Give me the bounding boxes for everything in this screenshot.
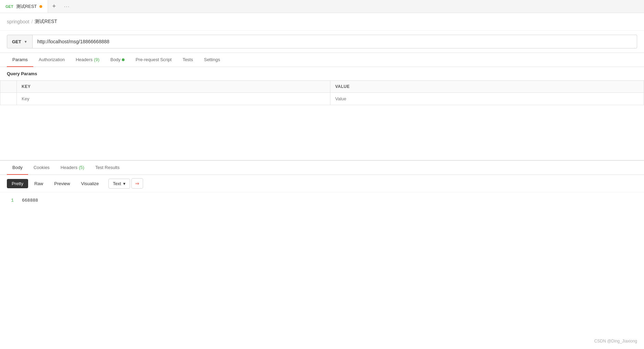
tab-headers[interactable]: Headers (9) — [70, 53, 105, 67]
breadcrumb-current: 测试REST — [35, 19, 57, 25]
tab-headers-label: Headers — [76, 57, 93, 62]
resp-tab-headers[interactable]: Headers (5) — [55, 161, 90, 175]
method-chevron-icon: ▼ — [24, 40, 27, 44]
response-line: 1 668888 — [7, 198, 637, 203]
params-table-key-cell[interactable] — [17, 93, 330, 105]
method-label: GET — [12, 39, 21, 44]
request-tabs: Params Authorization Headers (9) Body Pr… — [0, 53, 644, 67]
body-active-dot — [122, 58, 125, 61]
text-format-label: Text — [113, 181, 121, 186]
params-table-checkbox-cell — [0, 93, 17, 105]
tab-pre-request-script-label: Pre-request Script — [136, 57, 172, 62]
response-toolbar: Pretty Raw Preview Visualize Text ▾ ⇒ — [0, 175, 644, 192]
params-table-value-header: VALUE — [330, 81, 644, 93]
params-table-value-cell[interactable] — [330, 93, 644, 105]
tab-body-label: Body — [110, 57, 121, 62]
footer-watermark: CSDN @Ding_Jiaxiong — [594, 339, 637, 344]
tab-settings-label: Settings — [204, 57, 220, 62]
breadcrumb-separator: / — [31, 19, 33, 24]
resp-tab-headers-label: Headers — [61, 165, 78, 170]
tab-authorization-label: Authorization — [39, 57, 65, 62]
resp-tab-body[interactable]: Body — [7, 161, 28, 175]
resp-tab-headers-badge: (5) — [79, 165, 84, 170]
query-params-section-title: Query Params — [0, 67, 644, 80]
tab-status-dot — [39, 5, 42, 8]
tab-body[interactable]: Body — [105, 53, 130, 67]
more-options-button[interactable]: ··· — [60, 0, 74, 13]
format-pretty-button[interactable]: Pretty — [7, 179, 28, 188]
url-input[interactable] — [33, 35, 637, 48]
format-preview-button[interactable]: Preview — [49, 179, 75, 188]
tab-tests[interactable]: Tests — [177, 53, 198, 67]
text-format-select[interactable]: Text ▾ — [108, 179, 130, 189]
tab-tests-label: Tests — [183, 57, 193, 62]
response-body: 1 668888 — [0, 192, 644, 209]
main-container: GET 测试REST + ··· springboot / 测试REST GET… — [0, 0, 644, 349]
text-format-chevron-icon: ▾ — [123, 181, 126, 186]
line-number: 1 — [7, 198, 14, 203]
line-content: 668888 — [22, 198, 38, 203]
tab-settings[interactable]: Settings — [198, 53, 225, 67]
tab-method-badge: GET — [5, 4, 13, 9]
params-table-checkbox-header — [0, 81, 17, 93]
tab-headers-badge: (9) — [94, 57, 99, 62]
url-bar: GET ▼ — [0, 31, 644, 53]
resp-tab-cookies[interactable]: Cookies — [28, 161, 55, 175]
tab-title: 测试REST — [16, 3, 37, 10]
resp-tab-test-results[interactable]: Test Results — [90, 161, 125, 175]
response-tabs: Body Cookies Headers (5) Test Results — [0, 161, 644, 175]
format-raw-button[interactable]: Raw — [30, 179, 48, 188]
response-area: Body Cookies Headers (5) Test Results Pr… — [0, 160, 644, 209]
resp-tab-test-results-label: Test Results — [95, 165, 120, 170]
resp-tab-body-label: Body — [12, 165, 23, 170]
key-input[interactable] — [22, 96, 325, 101]
new-tab-button[interactable]: + — [48, 0, 60, 13]
table-row — [0, 93, 644, 105]
breadcrumb: springboot / 测试REST — [0, 13, 644, 31]
params-table-key-header: KEY — [17, 81, 330, 93]
wrap-button[interactable]: ⇒ — [131, 178, 143, 189]
tab-params-label: Params — [12, 57, 28, 62]
resp-tab-cookies-label: Cookies — [34, 165, 50, 170]
format-visualize-button[interactable]: Visualize — [76, 179, 104, 188]
tab-bar: GET 测试REST + ··· — [0, 0, 644, 13]
tab-pre-request-script[interactable]: Pre-request Script — [130, 53, 177, 67]
breadcrumb-parent[interactable]: springboot — [7, 19, 29, 24]
wrap-icon: ⇒ — [135, 181, 139, 186]
value-input[interactable] — [335, 96, 639, 101]
tab-authorization[interactable]: Authorization — [33, 53, 70, 67]
active-tab[interactable]: GET 测试REST — [0, 0, 48, 13]
tab-params[interactable]: Params — [7, 53, 33, 67]
params-table: KEY VALUE — [0, 80, 644, 105]
empty-space — [0, 105, 644, 160]
method-select[interactable]: GET ▼ — [7, 35, 33, 48]
